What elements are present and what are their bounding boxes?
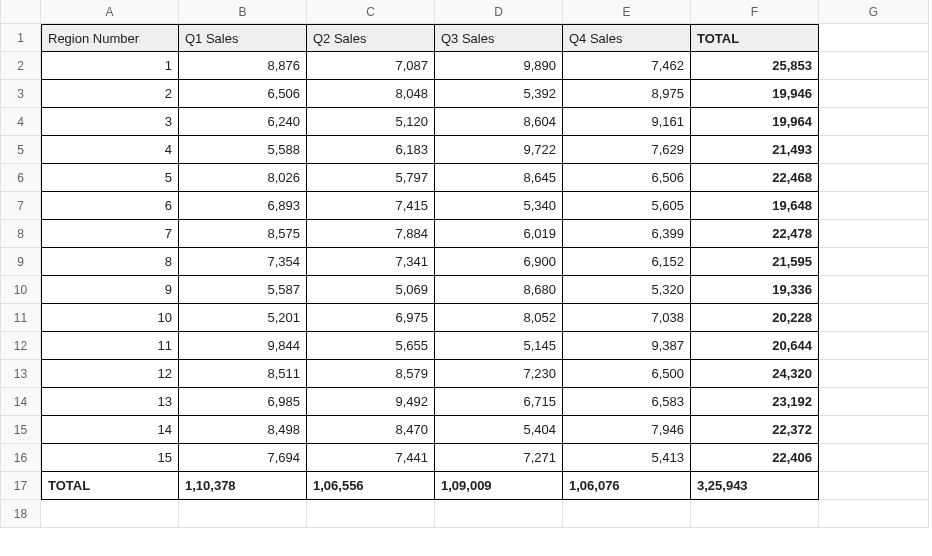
cell-empty-18-0[interactable]	[41, 500, 179, 528]
cell-total[interactable]: 24,320	[691, 360, 819, 388]
col-header-c[interactable]: C	[307, 0, 435, 24]
col-header-e[interactable]: E	[563, 0, 691, 24]
cell-empty-18-6[interactable]	[819, 500, 929, 528]
cell-total[interactable]: 22,478	[691, 220, 819, 248]
col-header-g[interactable]: G	[819, 0, 929, 24]
cell-q1[interactable]: 6,893	[179, 192, 307, 220]
cell-q1[interactable]: 8,575	[179, 220, 307, 248]
cell-g13[interactable]	[819, 360, 929, 388]
cell-region[interactable]: 1	[41, 52, 179, 80]
cell-region[interactable]: 9	[41, 276, 179, 304]
cell-total[interactable]: 22,406	[691, 444, 819, 472]
cell-g16[interactable]	[819, 444, 929, 472]
col-header-b[interactable]: B	[179, 0, 307, 24]
cell-q2[interactable]: 7,341	[307, 248, 435, 276]
row-header-7[interactable]: 7	[1, 192, 41, 220]
row-header-2[interactable]: 2	[1, 52, 41, 80]
cell-region[interactable]: 13	[41, 388, 179, 416]
cell-total[interactable]: 20,228	[691, 304, 819, 332]
cell-q4[interactable]: 6,506	[563, 164, 691, 192]
cell-q1[interactable]: 8,026	[179, 164, 307, 192]
cell-q4[interactable]: 8,975	[563, 80, 691, 108]
row-header-9[interactable]: 9	[1, 248, 41, 276]
row-header-15[interactable]: 15	[1, 416, 41, 444]
row-header-14[interactable]: 14	[1, 388, 41, 416]
cell-q1[interactable]: 5,588	[179, 136, 307, 164]
header-q2[interactable]: Q2 Sales	[307, 24, 435, 52]
cell-total[interactable]: 25,853	[691, 52, 819, 80]
cell-total[interactable]: 21,595	[691, 248, 819, 276]
cell-q2[interactable]: 5,120	[307, 108, 435, 136]
cell-empty-18-1[interactable]	[179, 500, 307, 528]
cell-q3[interactable]: 9,890	[435, 52, 563, 80]
cell-region[interactable]: 5	[41, 164, 179, 192]
cell-q2[interactable]: 7,415	[307, 192, 435, 220]
cell-g10[interactable]	[819, 276, 929, 304]
cell-q1[interactable]: 8,876	[179, 52, 307, 80]
row-header-5[interactable]: 5	[1, 136, 41, 164]
cell-q3[interactable]: 7,230	[435, 360, 563, 388]
cell-region[interactable]: 3	[41, 108, 179, 136]
cell-g11[interactable]	[819, 304, 929, 332]
cell-total[interactable]: 19,964	[691, 108, 819, 136]
cell-region[interactable]: 6	[41, 192, 179, 220]
cell-total[interactable]: 21,493	[691, 136, 819, 164]
cell-q3[interactable]: 6,900	[435, 248, 563, 276]
cell-region[interactable]: 11	[41, 332, 179, 360]
cell-total[interactable]: 22,468	[691, 164, 819, 192]
cell-q1[interactable]: 6,985	[179, 388, 307, 416]
row-header-1[interactable]: 1	[1, 24, 41, 52]
cell-q2[interactable]: 7,087	[307, 52, 435, 80]
cell-q2[interactable]: 5,069	[307, 276, 435, 304]
row-header-3[interactable]: 3	[1, 80, 41, 108]
cell-q4[interactable]: 6,399	[563, 220, 691, 248]
cell-region[interactable]: 2	[41, 80, 179, 108]
row-header-10[interactable]: 10	[1, 276, 41, 304]
row-header-13[interactable]: 13	[1, 360, 41, 388]
cell-region[interactable]: 14	[41, 416, 179, 444]
cell-q3[interactable]: 8,680	[435, 276, 563, 304]
col-header-a[interactable]: A	[41, 0, 179, 24]
grand-total[interactable]: 3,25,943	[691, 472, 819, 500]
cell-total[interactable]: 23,192	[691, 388, 819, 416]
cell-region[interactable]: 7	[41, 220, 179, 248]
cell-region[interactable]: 12	[41, 360, 179, 388]
row-header-17[interactable]: 17	[1, 472, 41, 500]
cell-q4[interactable]: 5,413	[563, 444, 691, 472]
cell-q3[interactable]: 8,604	[435, 108, 563, 136]
cell-g9[interactable]	[819, 248, 929, 276]
cell-q2[interactable]: 8,470	[307, 416, 435, 444]
cell-g1[interactable]	[819, 24, 929, 52]
total-q2[interactable]: 1,06,556	[307, 472, 435, 500]
header-total[interactable]: TOTAL	[691, 24, 819, 52]
cell-q4[interactable]: 6,152	[563, 248, 691, 276]
cell-q1[interactable]: 7,354	[179, 248, 307, 276]
total-q3[interactable]: 1,09,009	[435, 472, 563, 500]
cell-g2[interactable]	[819, 52, 929, 80]
col-header-f[interactable]: F	[691, 0, 819, 24]
total-q4[interactable]: 1,06,076	[563, 472, 691, 500]
cell-q2[interactable]: 6,975	[307, 304, 435, 332]
cell-total[interactable]: 22,372	[691, 416, 819, 444]
cell-q2[interactable]: 8,048	[307, 80, 435, 108]
total-q1[interactable]: 1,10,378	[179, 472, 307, 500]
cell-q3[interactable]: 8,052	[435, 304, 563, 332]
cell-q3[interactable]: 9,722	[435, 136, 563, 164]
cell-q4[interactable]: 5,320	[563, 276, 691, 304]
cell-q2[interactable]: 9,492	[307, 388, 435, 416]
cell-q2[interactable]: 8,579	[307, 360, 435, 388]
cell-q1[interactable]: 9,844	[179, 332, 307, 360]
cell-region[interactable]: 15	[41, 444, 179, 472]
cell-q2[interactable]: 7,884	[307, 220, 435, 248]
cell-empty-18-2[interactable]	[307, 500, 435, 528]
cell-empty-18-4[interactable]	[563, 500, 691, 528]
cell-total[interactable]: 19,946	[691, 80, 819, 108]
cell-q1[interactable]: 7,694	[179, 444, 307, 472]
cell-q3[interactable]: 8,645	[435, 164, 563, 192]
spreadsheet-grid[interactable]: ABCDEFG1Region NumberQ1 SalesQ2 SalesQ3 …	[0, 0, 932, 528]
header-q3[interactable]: Q3 Sales	[435, 24, 563, 52]
row-header-4[interactable]: 4	[1, 108, 41, 136]
cell-q1[interactable]: 8,498	[179, 416, 307, 444]
row-header-12[interactable]: 12	[1, 332, 41, 360]
cell-q2[interactable]: 7,441	[307, 444, 435, 472]
